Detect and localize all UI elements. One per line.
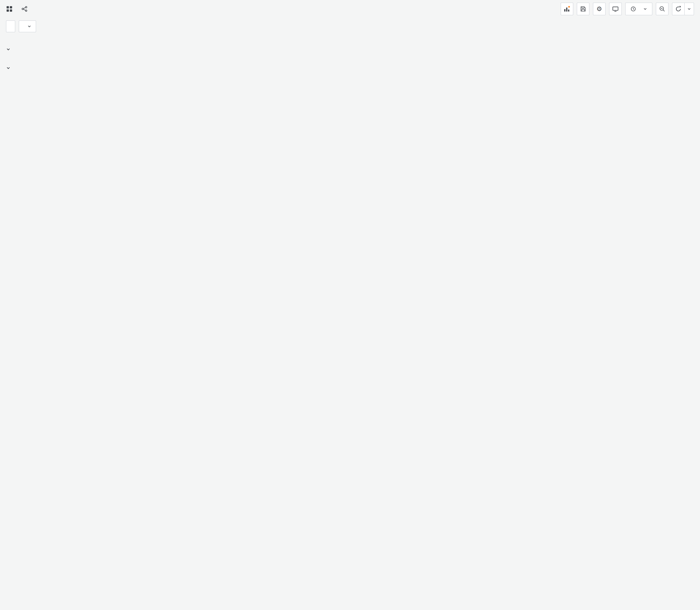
refresh-interval-dropdown[interactable] [685,2,694,15]
zoom-out-button[interactable] [656,2,669,15]
chevron-down-icon [687,7,691,11]
add-panel-icon [563,5,571,13]
refresh-icon [675,6,682,12]
top-bar-left [6,5,28,12]
dashboard-grid-icon[interactable] [6,5,13,12]
zoom-out-icon [659,6,665,12]
chevron-down-icon [6,66,11,70]
time-range-picker[interactable] [625,2,652,15]
save-dashboard-button[interactable] [577,2,589,15]
top-bar: ⚙ [0,0,700,18]
section-timing[interactable] [6,62,695,74]
chevron-down-icon [6,47,11,52]
clock-icon [630,6,636,12]
refresh-button-group [672,2,694,15]
tv-icon [612,5,619,12]
section-status[interactable] [6,43,695,55]
top-bar-right: ⚙ [560,2,694,15]
grafana-dashboard: ⚙ [0,0,700,610]
add-panel-button[interactable] [560,2,573,15]
refresh-button[interactable] [672,2,685,15]
gear-icon: ⚙ [597,6,602,12]
dashboard-settings-button[interactable]: ⚙ [593,2,606,15]
variable-namespace-select[interactable] [19,20,36,32]
chevron-down-icon [643,7,647,11]
share-icon[interactable] [21,6,28,12]
variable-namespace-label [6,20,15,32]
save-icon [580,6,586,12]
variables-row [0,18,700,36]
dashboard-grid [0,36,700,82]
cycle-view-button[interactable] [609,2,622,15]
chevron-down-icon [27,24,31,29]
